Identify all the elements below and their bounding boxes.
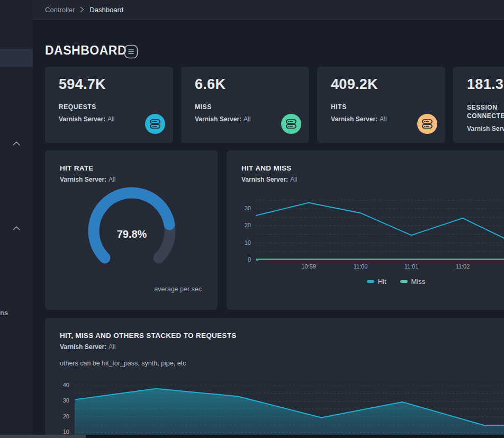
card-subtitle: others can be hit_for_pass, synth, pipe,… <box>60 360 504 367</box>
server-label: Varnish Server: <box>331 115 377 123</box>
breadcrumb-controller[interactable]: Controller <box>45 6 75 14</box>
axis-tick-label: 30 <box>232 205 251 211</box>
stacked-area-chart <box>75 376 504 438</box>
server-label: Varnish Server: <box>59 115 105 123</box>
chevron-up-icon[interactable] <box>13 223 20 233</box>
chevron-right-icon <box>80 6 84 13</box>
axis-tick-label: 20 <box>232 222 251 228</box>
stat-label: HITS <box>331 103 431 111</box>
server-stack-icon <box>145 114 165 134</box>
sidebar: ns <box>0 0 33 438</box>
server-stack-icon <box>281 114 301 134</box>
legend-item-hit[interactable]: Hit <box>367 278 386 285</box>
breadcrumb-dashboard: Dashboard <box>89 6 123 14</box>
server-label: Varnish Server: <box>60 176 106 183</box>
stat-card-requests: 594.7K REQUESTS Varnish Server:All <box>45 67 173 143</box>
stat-card-session-connected: 181.3K SESSION CONNECTED Varnish Server:… <box>453 67 504 143</box>
server-label: Varnish Server: <box>467 125 504 132</box>
server-value: All <box>109 176 115 183</box>
stat-value: 594.7K <box>59 76 159 93</box>
gauge-caption: average per sec <box>106 285 202 293</box>
legend-item-miss[interactable]: Miss <box>400 278 426 285</box>
axis-tick-label: 10 <box>232 239 251 246</box>
server-value: All <box>107 115 114 123</box>
axis-tick-label: 10:59 <box>297 263 320 270</box>
server-label: Varnish Server: <box>241 176 288 183</box>
server-value: All <box>380 115 386 123</box>
legend-label: Miss <box>411 278 426 285</box>
stat-value: 409.2K <box>331 76 431 93</box>
sidebar-item-label-cropped[interactable]: ns <box>0 309 8 317</box>
page-title: DASHBOARD <box>45 43 127 58</box>
stat-label: MISS <box>195 103 295 111</box>
axis-tick-label: 30 <box>51 397 69 404</box>
axis-tick-label: 0 <box>232 256 251 263</box>
chart-legend: Hit Miss <box>227 278 504 285</box>
stat-label: REQUESTS <box>59 103 159 111</box>
stat-value: 6.6K <box>195 76 295 93</box>
axis-tick-label: 11:02 <box>451 263 474 270</box>
hit-miss-line-chart <box>256 196 504 264</box>
miss-series-marker <box>400 280 408 283</box>
server-value: All <box>244 115 250 123</box>
horizontal-scrollbar[interactable] <box>0 435 504 438</box>
server-stack-icon <box>417 114 437 134</box>
chevron-up-icon[interactable] <box>13 138 20 148</box>
app-window: ns Controller Dashboard DASHBOARD 594.7K… <box>0 0 504 438</box>
axis-tick-label: 11:01 <box>400 263 423 270</box>
card-title: HIT RATE <box>60 164 203 172</box>
card-title: HIT AND MISS <box>241 164 504 172</box>
server-label: Varnish Server: <box>195 115 241 123</box>
axis-tick-label: 10 <box>51 428 69 435</box>
horizontal-scrollbar-thumb[interactable] <box>0 435 86 438</box>
axis-tick-label: 11:00 <box>349 263 372 270</box>
stat-card-miss: 6.6K MISS Varnish Server:All <box>181 67 309 143</box>
axis-tick-label: 40 <box>51 382 69 388</box>
card-title: HIT, MISS AND OTHERS STACKED TO REQUESTS <box>60 332 504 339</box>
server-value: All <box>290 176 297 183</box>
stat-card-hits: 409.2K HITS Varnish Server:All <box>317 67 445 143</box>
hit-series-marker <box>367 280 374 283</box>
server-value: All <box>109 343 115 351</box>
sidebar-active-item[interactable] <box>0 49 33 67</box>
server-label: Varnish Server: <box>60 343 106 351</box>
axis-tick-label: 20 <box>51 413 69 419</box>
dashboard-menu-icon[interactable] <box>124 44 138 59</box>
stat-value: 181.3K <box>467 76 504 93</box>
topbar: Controller Dashboard <box>33 0 504 20</box>
hit-rate-value: 79.8% <box>85 228 179 240</box>
stat-label: SESSION CONNECTED <box>467 103 504 120</box>
legend-label: Hit <box>378 278 386 285</box>
